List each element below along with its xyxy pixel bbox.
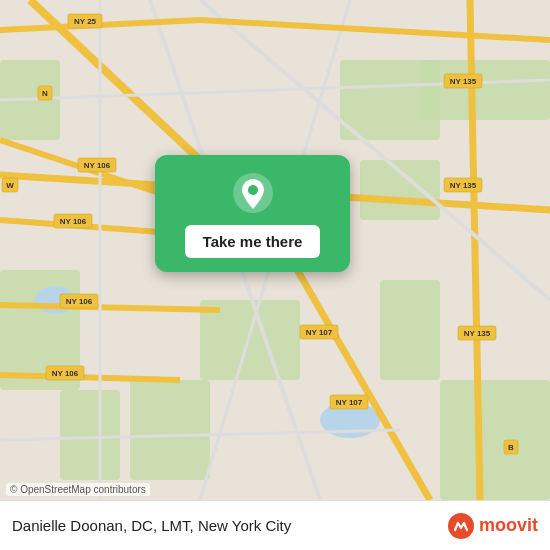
moovit-logo-text: moovit xyxy=(479,515,538,536)
svg-text:NY 106: NY 106 xyxy=(52,369,79,378)
svg-text:NY 135: NY 135 xyxy=(450,181,477,190)
svg-text:NY 107: NY 107 xyxy=(336,398,363,407)
map-container: NY 25 N NY 106 NY 106 NY 106 NY 106 W NY… xyxy=(0,0,550,500)
svg-rect-6 xyxy=(440,380,550,500)
location-name: Danielle Doonan, DC, LMT, New York City xyxy=(12,517,291,534)
svg-rect-10 xyxy=(60,390,120,480)
svg-text:NY 107: NY 107 xyxy=(306,328,333,337)
svg-text:NY 25: NY 25 xyxy=(74,17,97,26)
svg-text:W: W xyxy=(6,181,14,190)
svg-text:NY 106: NY 106 xyxy=(66,297,93,306)
svg-text:NY 106: NY 106 xyxy=(84,161,111,170)
svg-point-58 xyxy=(248,185,258,195)
bottom-bar: Danielle Doonan, DC, LMT, New York City … xyxy=(0,500,550,550)
svg-rect-8 xyxy=(130,380,210,480)
map-copyright: © OpenStreetMap contributors xyxy=(6,483,150,496)
svg-rect-5 xyxy=(380,280,440,380)
svg-rect-9 xyxy=(420,60,550,120)
take-me-there-button[interactable]: Take me there xyxy=(185,225,321,258)
svg-text:NY 135: NY 135 xyxy=(450,77,477,86)
svg-text:B: B xyxy=(508,443,514,452)
moovit-logo-icon xyxy=(447,512,475,540)
svg-text:NY 135: NY 135 xyxy=(464,329,491,338)
popup-card: Take me there xyxy=(155,155,350,272)
moovit-logo: moovit xyxy=(447,512,538,540)
svg-text:NY 106: NY 106 xyxy=(60,217,87,226)
location-pin-icon xyxy=(231,171,275,215)
svg-text:N: N xyxy=(42,89,48,98)
